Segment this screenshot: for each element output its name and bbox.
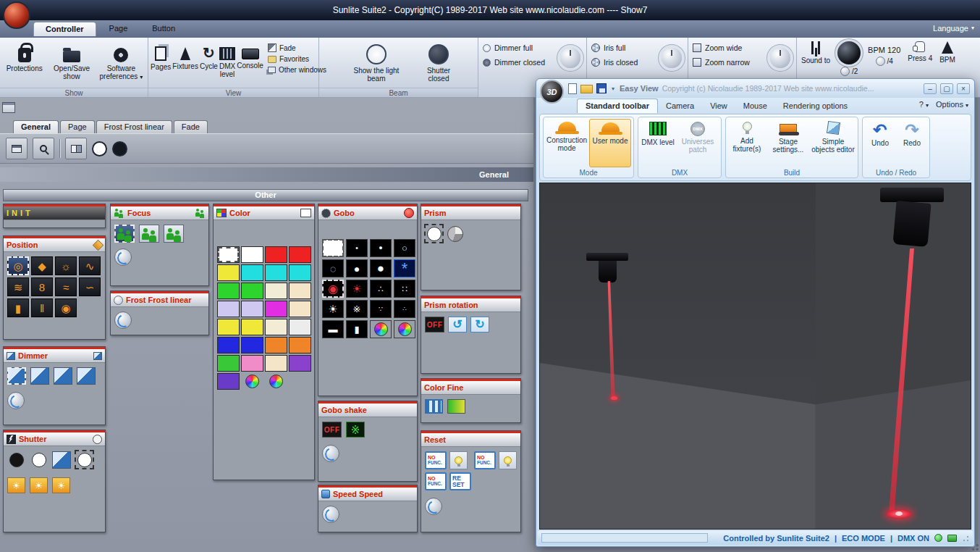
iris-full-option[interactable]: Iris full <box>591 43 656 52</box>
simple-objects-editor-button[interactable]: Simple objects editor <box>811 119 856 167</box>
color-swatch[interactable] <box>265 246 287 263</box>
menu-rendering-options[interactable]: Rendering options <box>775 99 856 113</box>
color-swatch[interactable] <box>289 283 311 299</box>
user-mode-button[interactable]: User mode <box>589 119 631 167</box>
dmx-level-button[interactable]: DMX level <box>641 119 675 167</box>
color-swatch[interactable] <box>265 301 287 317</box>
fade-button[interactable]: Fade <box>268 43 326 52</box>
favorites-button[interactable]: Favorites <box>268 55 326 63</box>
zoom-search-button[interactable] <box>33 138 54 159</box>
doc-tab-frost[interactable]: Frost Frost linear <box>96 120 172 133</box>
beam-closed-button[interactable] <box>112 141 127 156</box>
dimmer-closed-option[interactable]: Dimmer closed <box>483 58 554 67</box>
prism-open-icon[interactable] <box>425 225 443 243</box>
tab-button[interactable]: Button <box>140 22 187 36</box>
menu-mouse[interactable]: Mouse <box>735 99 775 113</box>
position-preset-icon[interactable]: ‖ <box>31 298 53 317</box>
zoom-knob[interactable] <box>770 48 790 68</box>
gobo-shake-knob[interactable] <box>322 445 339 462</box>
gobo-preset-icon[interactable]: • <box>346 239 368 257</box>
stage-settings-button[interactable]: Stage settings... <box>767 119 809 167</box>
position-preset-icon[interactable]: ∿ <box>79 256 101 275</box>
dimmer-knob[interactable] <box>560 48 580 68</box>
window-layout-button[interactable] <box>6 138 28 159</box>
gobo-preset-icon[interactable]: ☀ <box>322 300 344 318</box>
gobo-preset-icon[interactable] <box>322 239 344 257</box>
doc-tab-page[interactable]: Page <box>60 120 95 133</box>
color-swatch[interactable] <box>217 337 240 354</box>
gobo-preset-icon[interactable]: * <box>394 259 415 277</box>
show-light-beam-button[interactable]: Show the light beam <box>351 40 402 83</box>
construction-mode-button[interactable]: Construction mode <box>546 119 588 167</box>
restore-window-button[interactable] <box>2 102 15 113</box>
gobo-preset-icon[interactable]: ◉ <box>322 280 344 298</box>
lamp-button[interactable] <box>499 451 517 469</box>
gobo-preset-icon[interactable]: ◌ <box>322 259 344 277</box>
focus-preset-icon[interactable] <box>164 225 184 243</box>
color-swatch[interactable] <box>241 319 263 335</box>
maximize-button[interactable]: ▢ <box>940 83 953 94</box>
close-button[interactable]: × <box>957 83 970 94</box>
gobo-preset-icon[interactable]: ● <box>370 239 392 257</box>
focus-preset-icon[interactable] <box>139 225 159 243</box>
position-preset-icon[interactable]: ▮ <box>7 298 29 317</box>
cycle-button[interactable]: ↻ Cycle <box>200 40 218 70</box>
gobo-preset-icon[interactable]: ▬ <box>322 320 344 338</box>
add-fixtures-button[interactable]: Add fixture(s) <box>728 119 766 167</box>
menu-view[interactable]: View <box>702 99 735 113</box>
frost-knob[interactable] <box>114 311 132 329</box>
fixtures-button[interactable]: Fixtures <box>172 40 198 70</box>
gobo-preset-icon[interactable]: ● <box>370 259 392 277</box>
gradient-icon[interactable] <box>447 399 465 414</box>
color-swatch[interactable] <box>217 283 240 299</box>
color-wheel-icon[interactable] <box>241 373 263 390</box>
color-swatch[interactable] <box>241 355 263 372</box>
color-swatch[interactable] <box>241 283 263 299</box>
pages-button[interactable]: Pages <box>151 40 171 71</box>
color-wheel-icon[interactable] <box>265 373 287 390</box>
color-swatch[interactable] <box>241 264 263 281</box>
position-preset-icon[interactable]: ≈ <box>55 277 77 296</box>
beam-open-button[interactable] <box>92 141 107 156</box>
window-resize-grip[interactable] <box>962 535 969 542</box>
div2-knob[interactable] <box>840 67 850 76</box>
sound-to-button[interactable]: Sound to <box>801 41 830 64</box>
software-preferences-button[interactable]: Software preferences ▾ <box>97 40 145 80</box>
doc-tab-fade[interactable]: Fade <box>174 120 208 133</box>
color-swatch[interactable] <box>265 319 287 335</box>
zoom-wide-option[interactable]: Zoom wide <box>693 43 764 52</box>
color-swatch[interactable] <box>265 264 287 281</box>
sunlite-logo-icon[interactable] <box>3 1 30 29</box>
tab-controller[interactable]: Controller <box>33 22 96 36</box>
off-icon[interactable]: OFF <box>425 317 444 333</box>
bpm-knob[interactable] <box>837 41 861 64</box>
position-preset-icon[interactable]: ≋ <box>7 277 29 296</box>
color-swatch[interactable] <box>289 301 311 317</box>
dimmer-preset-icon[interactable] <box>77 367 96 385</box>
menu-camera[interactable]: Camera <box>658 99 702 113</box>
position-preset-icon[interactable]: ◎ <box>7 256 29 275</box>
off-icon[interactable]: OFF <box>322 422 342 438</box>
protections-button[interactable]: Protections <box>2 40 46 72</box>
shutter-circle-icon[interactable] <box>30 451 48 469</box>
iris-knob[interactable] <box>662 48 682 68</box>
no-func-button[interactable]: NOFUNC. <box>474 451 496 469</box>
new-document-icon[interactable] <box>568 83 577 94</box>
menu-standard-toolbar[interactable]: Standard toolbar <box>577 99 658 113</box>
reset-knob[interactable] <box>425 498 442 515</box>
gobo-preset-icon[interactable]: ∴ <box>394 300 415 318</box>
strobe-preset-icon[interactable]: ☀ <box>30 477 48 493</box>
dmx-level-button[interactable]: DMX level <box>219 40 235 78</box>
position-preset-icon[interactable]: 8 <box>31 277 53 296</box>
dimmer-preset-icon[interactable] <box>30 367 49 385</box>
no-func-button[interactable]: NOFUNC. <box>425 472 447 490</box>
universes-patch-button[interactable]: DMX Universes patch <box>677 119 719 167</box>
open-folder-icon[interactable] <box>580 85 593 93</box>
gobo-wheel-icon[interactable] <box>370 320 392 338</box>
gobo-preset-icon[interactable]: ☀ <box>346 280 368 298</box>
press-bpm-button[interactable]: Press 4 <box>908 41 932 62</box>
redo-button[interactable]: ↷ Redo <box>897 119 927 167</box>
gobo-wheel-icon[interactable] <box>394 320 415 338</box>
color-swatch[interactable] <box>217 301 240 317</box>
easy-view-titlebar[interactable]: ▾ Easy View Copyright (c) Nicolaudie 198… <box>536 79 974 98</box>
